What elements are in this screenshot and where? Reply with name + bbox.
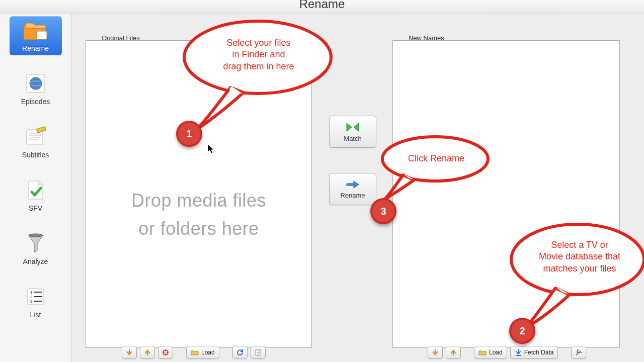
callout-2-text: Select a TV or Movie database that match… bbox=[529, 239, 630, 275]
new-names-panel[interactable] bbox=[392, 40, 620, 348]
clipboard-icon bbox=[255, 349, 261, 356]
load-button-label: Load bbox=[201, 349, 215, 356]
sidebar-item-episodes[interactable]: Episodes bbox=[10, 69, 62, 109]
callout-1-text: Select your files in Finder and drag the… bbox=[208, 37, 309, 72]
match-button[interactable]: Match bbox=[329, 116, 376, 148]
sfv-check-icon bbox=[22, 179, 50, 201]
load-button-label: Load bbox=[489, 349, 503, 356]
fetch-data-label: Fetch Data bbox=[524, 349, 554, 356]
callout-3-badge: 3 bbox=[370, 198, 396, 224]
load-button[interactable]: Load bbox=[186, 346, 219, 359]
callout-2-badge: 2 bbox=[509, 318, 535, 344]
match-arrows-icon bbox=[345, 122, 361, 133]
refresh-button[interactable] bbox=[232, 346, 248, 359]
tools-icon bbox=[575, 349, 582, 356]
arrow-up-icon bbox=[450, 349, 457, 356]
rename-button[interactable]: Rename bbox=[329, 173, 376, 205]
drop-hint: Drop media files or folders here bbox=[86, 187, 311, 243]
download-icon bbox=[515, 349, 522, 356]
folder-open-icon bbox=[191, 349, 199, 355]
sidebar-item-label: Analyze bbox=[23, 257, 48, 265]
cursor-icon bbox=[207, 144, 215, 154]
sidebar-item-sfv[interactable]: SFV bbox=[10, 176, 62, 215]
right-toolbar: Load Fetch Data bbox=[428, 345, 586, 360]
load-button-2[interactable]: Load bbox=[474, 346, 507, 359]
move-down-button-2[interactable] bbox=[428, 346, 443, 359]
funnel-icon bbox=[22, 232, 50, 254]
move-up-button-2[interactable] bbox=[446, 346, 461, 359]
window-title: Rename bbox=[0, 0, 644, 14]
remove-icon bbox=[162, 349, 169, 356]
arrow-down-icon bbox=[126, 349, 133, 356]
arrow-up-icon bbox=[144, 349, 151, 356]
sidebar-item-rename[interactable]: Rename bbox=[10, 16, 62, 55]
numbered-list-icon: 1 2 3 bbox=[22, 286, 50, 308]
main-panel: Original Files New Names Drop media file… bbox=[71, 14, 644, 362]
settings-button[interactable] bbox=[571, 346, 586, 359]
fetch-data-button[interactable]: Fetch Data bbox=[510, 346, 558, 359]
sidebar-item-label: Rename bbox=[22, 44, 49, 52]
sidebar-item-analyze[interactable]: Analyze bbox=[10, 229, 62, 268]
drop-hint-line: Drop media files bbox=[86, 187, 311, 215]
globe-icon bbox=[22, 72, 50, 95]
callout-1-badge: 1 bbox=[176, 121, 202, 147]
rename-arrow-icon bbox=[345, 179, 361, 190]
svg-point-11 bbox=[29, 234, 43, 237]
subtitles-icon bbox=[22, 126, 50, 148]
sidebar-item-subtitles[interactable]: Subtitles bbox=[10, 123, 62, 162]
svg-text:1: 1 bbox=[30, 290, 33, 295]
folder-open-icon bbox=[478, 349, 487, 355]
svg-rect-10 bbox=[36, 126, 46, 133]
remove-button[interactable] bbox=[158, 346, 173, 359]
arrow-down-icon bbox=[432, 349, 439, 356]
sidebar-item-list[interactable]: 1 2 3 List bbox=[10, 283, 62, 322]
original-files-panel[interactable]: Drop media files or folders here bbox=[86, 40, 312, 348]
rename-folder-icon bbox=[22, 19, 50, 41]
drop-hint-line: or folders here bbox=[86, 215, 311, 243]
left-toolbar: Load bbox=[122, 345, 266, 360]
refresh-icon bbox=[236, 349, 244, 356]
sidebar: Rename Episodes Subtitles bbox=[0, 14, 71, 362]
sidebar-item-label: Subtitles bbox=[22, 151, 49, 159]
clipboard-button[interactable] bbox=[251, 346, 266, 359]
sidebar-item-label: List bbox=[30, 311, 41, 319]
svg-text:3: 3 bbox=[30, 299, 33, 304]
match-button-label: Match bbox=[344, 135, 361, 142]
callout-3-text: Click Rename bbox=[393, 153, 479, 164]
rename-button-label: Rename bbox=[340, 192, 365, 199]
svg-text:2: 2 bbox=[30, 295, 33, 299]
sidebar-item-label: Episodes bbox=[21, 98, 50, 106]
sidebar-item-label: SFV bbox=[29, 204, 42, 212]
move-down-button[interactable] bbox=[122, 346, 137, 359]
move-up-button[interactable] bbox=[140, 346, 155, 359]
